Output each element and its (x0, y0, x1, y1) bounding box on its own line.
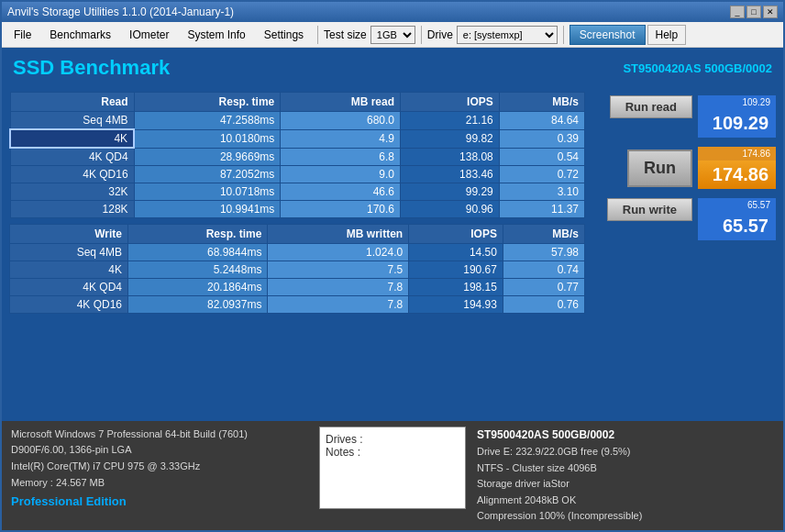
read-label: 32K (10, 183, 134, 201)
write-row: Seq 4MB 68.9844ms 1.024.0 14.50 57.98 (10, 244, 585, 261)
mb-written: 7.8 (268, 279, 409, 296)
sys-info-line: Microsoft Windows 7 Professional 64-bit … (11, 427, 308, 443)
footer-device-title: ST9500420AS 500GB/0002 (477, 427, 774, 444)
menu-benchmarks[interactable]: Benchmarks (41, 25, 119, 45)
write-label: Seq 4MB (10, 244, 128, 261)
read-row: Seq 4MB 47.2588ms 680.0 21.16 84.64 (10, 112, 585, 130)
mb-written: 1.024.0 (268, 244, 409, 261)
maximize-button[interactable]: □ (746, 6, 761, 18)
read-label: 128K (10, 201, 134, 218)
mbs-val: 84.64 (499, 112, 584, 130)
mb-read: 9.0 (281, 166, 401, 183)
main-result-value: 174.86 (698, 161, 776, 189)
run-write-group: Run write 65.57 65.57 (592, 198, 776, 240)
device-info-line: Alignment 2048kB OK (477, 493, 774, 509)
col-iops: IOPS (401, 93, 500, 112)
read-label: 4K QD4 (10, 148, 134, 166)
iops-val: 21.16 (401, 112, 500, 130)
read-row: 32K 10.0718ms 46.6 99.29 3.10 (10, 183, 585, 201)
menu-iometer[interactable]: IOmeter (121, 25, 177, 45)
close-button[interactable]: ✕ (763, 6, 778, 18)
resp-time: 28.9669ms (134, 148, 281, 166)
write-label: 4K (10, 261, 128, 279)
device-info-line: Compression 100% (Incompressible) (477, 508, 774, 525)
run-write-button[interactable]: Run write (607, 198, 692, 221)
footer-center: Drives : Notes : (319, 427, 466, 525)
footer: Microsoft Windows 7 Professional 64-bit … (2, 421, 783, 530)
footer-device-lines: Drive E: 232.9/22.0GB free (9.5%)NTFS - … (477, 444, 774, 525)
mbs-val: 0.39 (499, 129, 584, 148)
mb-read: 170.6 (281, 201, 401, 218)
main-content: SSD Benchmark ST9500420AS 500GB/0002 Rea… (2, 48, 783, 530)
help-button[interactable]: Help (647, 25, 687, 45)
resp-time: 10.0180ms (134, 129, 281, 148)
resp-time: 10.0718ms (134, 183, 281, 201)
resp-time: 10.9941ms (134, 201, 281, 218)
menu-bar: File Benchmarks IOmeter System Info Sett… (2, 22, 783, 48)
col-write-mbs: MB/s (503, 225, 584, 244)
right-panel: Run read 109.29 109.29 Run 174.86 174.86 (592, 92, 776, 417)
run-read-group: Run read 109.29 109.29 (592, 95, 776, 138)
mb-read: 6.8 (281, 148, 401, 166)
resp-time: 87.2052ms (134, 166, 281, 183)
read-label: Seq 4MB (10, 112, 134, 130)
write-label: 4K QD4 (10, 279, 128, 296)
write-mbs: 0.77 (503, 279, 584, 296)
iops-val: 90.96 (401, 201, 500, 218)
col-mb-written: MB written (268, 225, 409, 244)
menu-system-info[interactable]: System Info (179, 25, 253, 45)
screenshot-button[interactable]: Screenshot (569, 25, 646, 45)
app-title: Anvil's Storage Utilities 1.1.0 (2014-Ja… (7, 6, 234, 18)
mbs-val: 0.54 (499, 148, 584, 166)
sys-info-line: D900F/6.00, 1366-pin LGA (11, 442, 308, 459)
benchmark-table: Read Resp. time MB read IOPS MB/s Seq 4M… (9, 92, 585, 417)
mbs-val: 0.72 (499, 166, 584, 183)
run-read-button[interactable]: Run read (610, 95, 692, 118)
read-table: Read Resp. time MB read IOPS MB/s Seq 4M… (9, 92, 585, 218)
iops-val: 99.29 (401, 183, 500, 201)
write-resp: 5.2448ms (127, 261, 267, 279)
col-mb-read: MB read (281, 93, 401, 112)
mb-read: 46.6 (281, 183, 401, 201)
write-mbs: 0.74 (503, 261, 584, 279)
separator3 (563, 26, 564, 44)
drives-notes-box: Drives : Notes : (319, 427, 466, 509)
menu-settings[interactable]: Settings (256, 25, 312, 45)
mbs-val: 3.10 (499, 183, 584, 201)
write-mbs: 0.76 (503, 296, 584, 314)
minimize-button[interactable]: _ (730, 6, 745, 18)
drive-group: Drive e: [systemxp] (427, 26, 558, 44)
col-write-iops: IOPS (409, 225, 503, 244)
run-main-button[interactable]: Run (627, 150, 692, 187)
col-resp-time: Resp. time (134, 93, 281, 112)
write-iops: 14.50 (409, 244, 503, 261)
notes-label: Notes : (326, 446, 459, 459)
drive-label: Drive (427, 28, 453, 41)
footer-left: Microsoft Windows 7 Professional 64-bit … (11, 427, 308, 525)
main-run-group: Run 174.86 174.86 (592, 147, 776, 189)
app-window: Anvil's Storage Utilities 1.1.0 (2014-Ja… (0, 0, 785, 532)
drive-select[interactable]: e: [systemxp] (457, 26, 558, 44)
write-label: 4K QD16 (10, 296, 128, 314)
sys-info-line: Intel(R) Core(TM) i7 CPU 975 @ 3.33GHz (11, 459, 308, 475)
read-row: 4K 10.0180ms 4.9 99.82 0.39 (10, 129, 585, 148)
read-row: 4K QD16 87.2052ms 9.0 183.46 0.72 (10, 166, 585, 183)
col-write-resp: Resp. time (127, 225, 267, 244)
test-size-select[interactable]: 1GB (370, 26, 415, 44)
iops-val: 183.46 (401, 166, 500, 183)
col-read: Read (10, 93, 134, 112)
read-result-value: 109.29 (698, 109, 776, 138)
footer-right: ST9500420AS 500GB/0002 Drive E: 232.9/22… (477, 427, 774, 525)
separator (317, 26, 318, 44)
write-resp: 68.9844ms (127, 244, 267, 261)
write-resp: 20.1864ms (127, 279, 267, 296)
iops-val: 138.08 (401, 148, 500, 166)
write-table-body: Seq 4MB 68.9844ms 1.024.0 14.50 57.98 4K… (10, 244, 585, 314)
menu-file[interactable]: File (6, 25, 39, 45)
main-result-label: 174.86 (698, 147, 776, 161)
write-row: 4K QD4 20.1864ms 7.8 198.15 0.77 (10, 279, 585, 296)
window-controls: _ □ ✕ (730, 6, 778, 18)
mbs-val: 11.37 (499, 201, 584, 218)
iops-val: 99.82 (401, 129, 500, 148)
ssd-benchmark-title: SSD Benchmark (13, 56, 170, 80)
